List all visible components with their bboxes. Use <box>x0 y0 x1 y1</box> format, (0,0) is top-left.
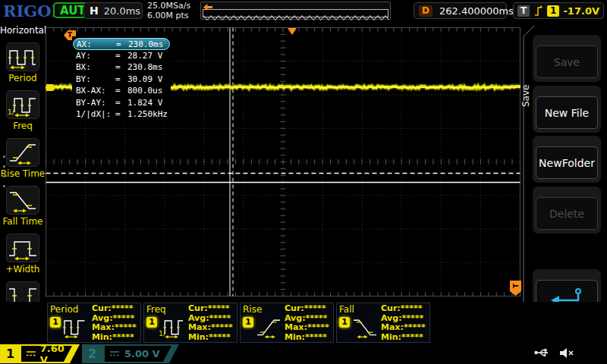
svg-text:1/: 1/ <box>8 108 15 116</box>
dc-coupling-icon <box>109 350 120 357</box>
left-menu-horizontal: Horizontal Period 1/ Freq <box>0 21 46 344</box>
fall-time-icon <box>351 315 379 338</box>
delete-button[interactable]: Delete <box>536 197 598 230</box>
trigger-position-marker-icon[interactable] <box>288 28 297 35</box>
cursor-row-by-ay: BY-AY: = 1.824 V <box>72 97 171 109</box>
svg-text:1/: 1/ <box>159 330 165 337</box>
channel-1-badge: 1 <box>50 317 61 328</box>
cursor-row-ay: AY: = 28.27 V <box>72 50 171 62</box>
cursor-row-ax: AX: = 230.0ms <box>73 38 170 50</box>
usb-icon <box>533 347 552 358</box>
trigger-label: T <box>517 5 530 17</box>
plus-width-icon <box>8 236 38 260</box>
new-file-button[interactable]: New File <box>536 96 598 129</box>
menu-scroll-indicator <box>3 155 5 195</box>
top-status-bar: RIGOL AUTO H 20.0ms 25.0MSa/s 6.00M pts … <box>0 0 607 21</box>
sample-rate: 25.0MSa/s <box>147 1 190 11</box>
period-icon <box>8 45 38 69</box>
delay-label: D <box>419 5 432 17</box>
measurement-bar: Period 1 Cur:***** Avg:***** Max:***** M… <box>0 302 607 344</box>
new-folder-button[interactable]: NewFolder <box>536 146 598 179</box>
channel-1-badge: 1 <box>146 317 157 328</box>
memory-position-bar[interactable] <box>200 2 391 20</box>
horizontal-label: H <box>90 5 99 17</box>
channel-1-badge: 1 <box>243 317 253 328</box>
dc-coupling-icon <box>26 350 36 357</box>
save-button[interactable]: Save <box>536 46 598 78</box>
channel-status-bar: 7.60 V 1 5.00 V 2 <box>0 344 607 364</box>
rise-time-icon <box>255 315 282 338</box>
freq-icon: 1/ <box>8 93 38 117</box>
channel-2-tab[interactable]: 5.00 V 2 <box>82 344 179 363</box>
menu-item-rise-time[interactable]: Rise Time <box>0 138 46 179</box>
measurement-panel-rise[interactable]: Rise 1 Cur:***** Avg:***** Max:***** Min… <box>240 303 334 343</box>
trigger-source-badge: 1 <box>547 5 559 17</box>
freq-icon: 1/ <box>159 315 186 338</box>
speaker-muted-icon <box>558 347 575 359</box>
menu-item-period[interactable]: Period <box>0 42 46 83</box>
cursor-row-inv-dx: 1/|dX|: = 1.250kHz <box>72 108 171 121</box>
menu-item-fall-time[interactable]: Fall Time <box>0 186 46 227</box>
left-menu-title: Horizontal <box>0 25 46 36</box>
channel-1-tab[interactable]: 7.60 V 1 <box>0 344 80 363</box>
horizontal-scale-value: 20.0ms <box>104 5 140 17</box>
waveform-display: T T AX: = 230.0ms AY: = 28.27 V BX: = 23… <box>46 21 521 302</box>
acquisition-readout: 25.0MSa/s 6.00M pts <box>147 1 190 20</box>
oscilloscope-screen: RIGOL AUTO H 20.0ms 25.0MSa/s 6.00M pts … <box>0 0 607 364</box>
delay-value: 262.400000ms <box>439 5 514 17</box>
measurement-panel-fall[interactable]: Fall 1 Cur:***** Avg:***** Max:***** Min… <box>336 303 430 343</box>
channel-1-badge: 1 <box>339 317 350 328</box>
rise-time-icon <box>8 140 38 165</box>
measurement-panel-freq[interactable]: Freq 1 1/ Cur:***** Avg:***** Max:***** … <box>143 303 237 343</box>
menu-item-plus-width[interactable]: +Width <box>0 234 46 275</box>
menu-item-freq[interactable]: 1/ Freq <box>0 90 46 131</box>
trigger-level-value: -17.0V <box>563 5 599 17</box>
menu-tab-label: Save <box>521 80 533 111</box>
measurement-panel-period[interactable]: Period 1 Cur:***** Avg:***** Max:***** M… <box>47 303 141 343</box>
rising-edge-icon <box>533 5 543 17</box>
memory-waveform-overview <box>203 9 388 17</box>
cursor-row-bx-ax: BX-AX: = 800.0us <box>72 85 171 97</box>
trigger-delay-readout[interactable]: D 262.400000ms <box>414 2 507 19</box>
trigger-readout[interactable]: T 1 -17.0V <box>513 2 604 19</box>
cursor-row-bx: BX: = 230.8ms <box>72 61 171 74</box>
memory-depth: 6.00M pts <box>147 11 190 20</box>
horizontal-scale-readout[interactable]: H 20.0ms <box>83 2 143 19</box>
cursor-row-by: BY: = 30.09 V <box>72 74 171 86</box>
cursor-readout-box: AX: = 230.0ms AY: = 28.27 V BX: = 230.8m… <box>72 36 171 122</box>
period-icon <box>62 315 90 338</box>
right-menu-save: Save Save New File NewFolder Delete <box>521 21 607 344</box>
fall-time-icon <box>8 188 38 212</box>
